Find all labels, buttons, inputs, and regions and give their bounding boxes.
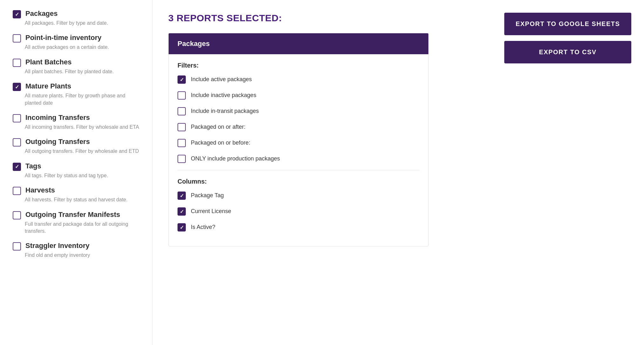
column-label-is-active: Is Active? [191,224,215,231]
filter-item-only-production: ONLY include production packages [178,154,419,163]
report-item-desc-tags: All tags. Filter by status and tag type. [25,172,139,179]
filter-label-packaged-after: Packaged on or after: [191,124,245,130]
report-item-desc-mature-plants: All mature plants. Filter by growth phas… [25,92,139,107]
report-item-tags: TagsAll tags. Filter by status and tag t… [13,162,139,179]
filter-label-include-active: Include active packages [191,76,252,83]
report-item-header-mature-plants: Mature Plants [13,82,139,91]
report-item-straggler-inventory: Straggler InventoryFind old and empty in… [13,242,139,259]
checkbox-outgoing-transfer-manifests[interactable] [13,211,21,219]
report-item-title-tags: Tags [25,162,41,170]
report-item-header-straggler-inventory: Straggler Inventory [13,242,139,251]
checkbox-incoming-transfers[interactable] [13,114,21,122]
report-item-desc-harvests: All harvests. Filter by status and harve… [25,196,139,203]
app-container: PackagesAll packages. Filter by type and… [0,0,644,345]
report-item-title-plant-batches: Plant Batches [25,58,72,66]
checkbox-straggler-inventory[interactable] [13,242,21,251]
report-item-incoming-transfers: Incoming TransfersAll incoming transfers… [13,114,139,131]
report-item-title-mature-plants: Mature Plants [25,82,71,90]
report-item-header-incoming-transfers: Incoming Transfers [13,114,139,122]
column-label-package-tag: Package Tag [191,192,224,199]
report-item-desc-packages: All packages. Filter by type and date. [25,20,139,27]
columns-container: Package TagCurrent LicenseIs Active? [178,191,419,231]
report-item-title-packages: Packages [25,10,58,18]
report-item-desc-plant-batches: All plant batches. Filter by planted dat… [25,68,139,75]
divider [178,170,419,170]
report-item-title-outgoing-transfer-manifests: Outgoing Transfer Manifests [25,211,120,219]
report-item-header-harvests: Harvests [13,186,139,195]
column-checkbox-package-tag[interactable] [178,192,186,200]
report-item-outgoing-transfer-manifests: Outgoing Transfer ManifestsFull transfer… [13,211,139,235]
export-google-button[interactable]: EXPORT TO GOOGLE SHEETS [504,13,631,35]
report-item-point-in-time: Point-in-time inventoryAll active packag… [13,34,139,51]
report-item-desc-outgoing-transfer-manifests: Full transfer and package data for all o… [25,221,139,235]
report-item-desc-straggler-inventory: Find old and empty inventory [25,252,139,259]
checkbox-tags[interactable] [13,163,21,171]
filter-checkbox-include-in-transit[interactable] [178,107,186,115]
filter-label-only-production: ONLY include production packages [191,155,280,162]
reports-selected-header: 3 REPORTS SELECTED: [168,13,476,23]
sidebar: PackagesAll packages. Filter by type and… [0,0,152,345]
filter-checkbox-only-production[interactable] [178,155,186,163]
report-item-title-straggler-inventory: Straggler Inventory [25,242,90,250]
column-item-package-tag: Package Tag [178,191,419,200]
report-item-header-packages: Packages [13,10,139,18]
report-item-mature-plants: Mature PlantsAll mature plants. Filter b… [13,82,139,107]
filter-checkbox-packaged-before[interactable] [178,139,186,147]
filter-item-include-in-transit: Include in-transit packages [178,107,419,115]
checkbox-harvests[interactable] [13,187,21,195]
columns-label: Columns: [178,178,419,185]
filters-label: Filters: [178,62,419,69]
panel-title: Packages [169,33,428,54]
report-item-header-point-in-time: Point-in-time inventory [13,34,139,42]
checkbox-outgoing-transfers[interactable] [13,138,21,146]
report-item-title-incoming-transfers: Incoming Transfers [25,114,90,122]
report-item-header-outgoing-transfer-manifests: Outgoing Transfer Manifests [13,211,139,219]
report-item-header-plant-batches: Plant Batches [13,58,139,67]
filter-label-include-inactive: Include inactive packages [191,92,256,99]
checkbox-packages[interactable] [13,10,21,18]
column-item-is-active: Is Active? [178,223,419,231]
filter-item-include-active: Include active packages [178,75,419,84]
report-item-title-harvests: Harvests [25,186,55,194]
report-item-desc-incoming-transfers: All incoming transfers. Filter by wholes… [25,124,139,131]
report-item-header-tags: Tags [13,162,139,171]
filter-item-include-inactive: Include inactive packages [178,91,419,100]
column-checkbox-current-license[interactable] [178,207,186,216]
filter-checkbox-packaged-after[interactable] [178,123,186,131]
panel-body: Filters: Include active packagesInclude … [169,54,428,246]
report-item-desc-outgoing-transfers: All outgoing transfers. Filter by wholes… [25,148,139,155]
report-item-outgoing-transfers: Outgoing TransfersAll outgoing transfers… [13,138,139,155]
report-panel: Packages Filters: Include active package… [168,33,429,246]
filter-item-packaged-before: Packaged on or before: [178,138,419,147]
column-item-current-license: Current License [178,207,419,216]
filter-label-packaged-before: Packaged on or before: [191,140,250,146]
filters-container: Include active packagesInclude inactive … [178,75,419,163]
filter-label-include-in-transit: Include in-transit packages [191,108,259,114]
report-item-plant-batches: Plant BatchesAll plant batches. Filter b… [13,58,139,75]
column-checkbox-is-active[interactable] [178,223,186,231]
report-item-harvests: HarvestsAll harvests. Filter by status a… [13,186,139,203]
column-label-current-license: Current License [191,208,231,215]
checkbox-plant-batches[interactable] [13,59,21,67]
report-item-title-point-in-time: Point-in-time inventory [25,34,102,42]
filter-checkbox-include-inactive[interactable] [178,91,186,100]
filter-checkbox-include-active[interactable] [178,75,186,84]
report-item-title-outgoing-transfers: Outgoing Transfers [25,138,90,146]
main-content: 3 REPORTS SELECTED: Packages Filters: In… [152,0,492,345]
filter-item-packaged-after: Packaged on or after: [178,122,419,131]
report-item-header-outgoing-transfers: Outgoing Transfers [13,138,139,146]
checkbox-mature-plants[interactable] [13,83,21,91]
checkbox-point-in-time[interactable] [13,34,21,42]
export-csv-button[interactable]: EXPORT TO CSV [504,41,631,63]
right-panel: EXPORT TO GOOGLE SHEETS EXPORT TO CSV [492,0,644,345]
report-item-desc-point-in-time: All active packages on a certain date. [25,44,139,51]
report-item-packages: PackagesAll packages. Filter by type and… [13,10,139,27]
